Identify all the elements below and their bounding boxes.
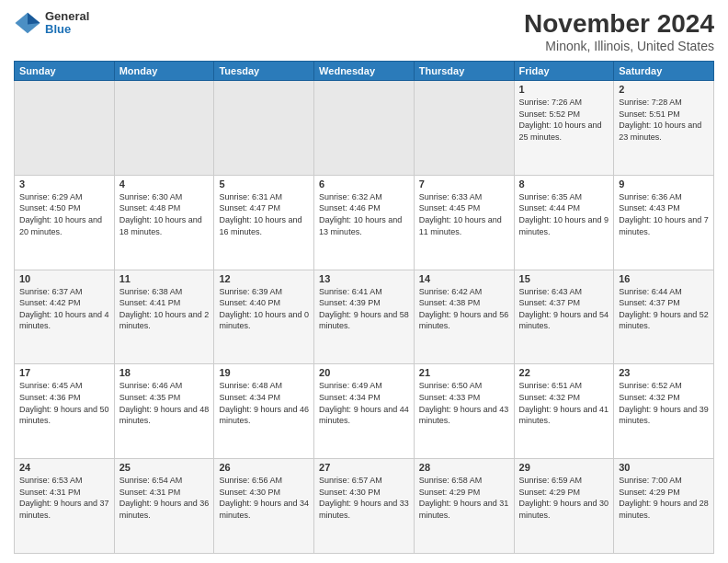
calendar-cell: 4Sunrise: 6:30 AMSunset: 4:48 PMDaylight… [114, 175, 214, 270]
day-number: 21 [419, 367, 509, 378]
cell-content: Sunrise: 6:36 AMSunset: 4:43 PMDaylight:… [619, 191, 709, 237]
sunset-text: Sunset: 4:34 PM [319, 393, 381, 402]
cell-content: Sunrise: 6:51 AMSunset: 4:32 PMDaylight:… [519, 380, 609, 426]
calendar-cell: 17Sunrise: 6:45 AMSunset: 4:36 PMDayligh… [15, 364, 115, 459]
calendar-cell [214, 81, 314, 176]
daylight-text: Daylight: 10 hours and 4 minutes. [19, 310, 109, 331]
daylight-text: Daylight: 10 hours and 9 minutes. [519, 215, 609, 236]
day-number: 10 [19, 273, 109, 284]
calendar-cell: 24Sunrise: 6:53 AMSunset: 4:31 PMDayligh… [15, 459, 115, 554]
sunrise-text: Sunrise: 6:57 AM [319, 476, 382, 485]
sunrise-text: Sunrise: 6:30 AM [119, 192, 183, 201]
sunset-text: Sunset: 4:39 PM [319, 298, 381, 307]
daylight-text: Daylight: 9 hours and 31 minutes. [419, 499, 509, 520]
cell-content: Sunrise: 6:50 AMSunset: 4:33 PMDaylight:… [419, 380, 509, 426]
page-title: November 2024 [524, 9, 714, 39]
sunrise-text: Sunrise: 6:45 AM [19, 381, 83, 390]
day-number: 19 [219, 367, 309, 378]
cell-content: Sunrise: 6:29 AMSunset: 4:50 PMDaylight:… [19, 191, 109, 237]
daylight-text: Daylight: 9 hours and 41 minutes. [519, 405, 609, 426]
sunrise-text: Sunrise: 6:51 AM [519, 381, 583, 390]
calendar-header: SundayMondayTuesdayWednesdayThursdayFrid… [15, 62, 714, 81]
sunset-text: Sunset: 5:51 PM [619, 109, 680, 119]
calendar-cell: 16Sunrise: 6:44 AMSunset: 4:37 PMDayligh… [614, 270, 714, 364]
cell-content: Sunrise: 6:38 AMSunset: 4:41 PMDaylight:… [119, 286, 210, 332]
cell-content: Sunrise: 6:52 AMSunset: 4:32 PMDaylight:… [619, 380, 709, 426]
calendar-week-row: 3Sunrise: 6:29 AMSunset: 4:50 PMDaylight… [15, 175, 714, 270]
day-number: 15 [519, 273, 609, 284]
day-number: 7 [419, 178, 509, 190]
page: General Blue November 2024 Minonk, Illin… [0, 0, 728, 563]
sunrise-text: Sunrise: 6:32 AM [319, 192, 382, 201]
calendar-cell: 28Sunrise: 6:58 AMSunset: 4:29 PMDayligh… [414, 459, 514, 554]
sunset-text: Sunset: 4:31 PM [119, 488, 181, 497]
sunset-text: Sunset: 4:50 PM [19, 203, 81, 213]
calendar-week-row: 10Sunrise: 6:37 AMSunset: 4:42 PMDayligh… [15, 270, 714, 364]
sunset-text: Sunset: 4:47 PM [219, 203, 280, 213]
daylight-text: Daylight: 9 hours and 37 minutes. [19, 499, 109, 520]
calendar-cell: 20Sunrise: 6:49 AMSunset: 4:34 PMDayligh… [314, 364, 415, 459]
daylight-text: Daylight: 10 hours and 23 minutes. [619, 121, 701, 142]
sunset-text: Sunset: 4:29 PM [519, 488, 581, 497]
calendar-cell: 21Sunrise: 6:50 AMSunset: 4:33 PMDayligh… [414, 364, 514, 459]
daylight-text: Daylight: 9 hours and 34 minutes. [219, 499, 309, 520]
day-number: 20 [319, 367, 409, 378]
calendar-cell: 1Sunrise: 7:26 AMSunset: 5:52 PMDaylight… [514, 81, 614, 176]
cell-content: Sunrise: 6:41 AMSunset: 4:39 PMDaylight:… [319, 286, 409, 332]
sunrise-text: Sunrise: 6:52 AM [619, 381, 682, 390]
daylight-text: Daylight: 9 hours and 28 minutes. [619, 499, 709, 520]
cell-content: Sunrise: 7:00 AMSunset: 4:29 PMDaylight:… [619, 475, 709, 521]
calendar-cell: 19Sunrise: 6:48 AMSunset: 4:34 PMDayligh… [214, 364, 314, 459]
sunset-text: Sunset: 4:46 PM [319, 203, 381, 213]
daylight-text: Daylight: 10 hours and 2 minutes. [119, 310, 210, 331]
sunset-text: Sunset: 4:42 PM [19, 298, 81, 307]
daylight-text: Daylight: 10 hours and 11 minutes. [419, 215, 502, 236]
cell-content: Sunrise: 6:35 AMSunset: 4:44 PMDaylight:… [519, 191, 609, 237]
weekday-header: Tuesday [214, 62, 314, 81]
sunrise-text: Sunrise: 6:41 AM [319, 287, 382, 296]
day-number: 17 [19, 367, 109, 378]
sunrise-text: Sunrise: 7:28 AM [619, 98, 682, 107]
calendar-week-row: 24Sunrise: 6:53 AMSunset: 4:31 PMDayligh… [15, 459, 714, 554]
calendar-table: SundayMondayTuesdayWednesdayThursdayFrid… [14, 61, 714, 554]
daylight-text: Daylight: 10 hours and 7 minutes. [619, 215, 709, 236]
daylight-text: Daylight: 9 hours and 44 minutes. [319, 405, 409, 426]
cell-content: Sunrise: 7:28 AMSunset: 5:51 PMDaylight:… [619, 97, 709, 143]
day-number: 13 [319, 273, 409, 284]
daylight-text: Daylight: 9 hours and 46 minutes. [219, 405, 309, 426]
calendar-cell [15, 81, 115, 176]
calendar-cell [414, 81, 514, 176]
cell-content: Sunrise: 6:30 AMSunset: 4:48 PMDaylight:… [119, 191, 210, 237]
sunset-text: Sunset: 4:45 PM [419, 203, 481, 213]
day-number: 4 [119, 178, 210, 190]
daylight-text: Daylight: 10 hours and 20 minutes. [19, 215, 102, 236]
sunrise-text: Sunrise: 6:59 AM [519, 476, 583, 485]
day-number: 27 [319, 462, 409, 473]
day-number: 14 [419, 273, 509, 284]
cell-content: Sunrise: 6:58 AMSunset: 4:29 PMDaylight:… [419, 475, 509, 521]
day-number: 11 [119, 273, 210, 284]
sunrise-text: Sunrise: 7:26 AM [519, 98, 583, 107]
sunset-text: Sunset: 4:48 PM [119, 203, 181, 213]
sunset-text: Sunset: 4:33 PM [419, 393, 481, 402]
cell-content: Sunrise: 6:32 AMSunset: 4:46 PMDaylight:… [319, 191, 409, 237]
sunset-text: Sunset: 4:43 PM [619, 203, 680, 213]
calendar-cell: 3Sunrise: 6:29 AMSunset: 4:50 PMDaylight… [15, 175, 115, 270]
cell-content: Sunrise: 6:59 AMSunset: 4:29 PMDaylight:… [519, 475, 609, 521]
day-number: 12 [219, 273, 309, 284]
calendar-cell: 26Sunrise: 6:56 AMSunset: 4:30 PMDayligh… [214, 459, 314, 554]
daylight-text: Daylight: 9 hours and 43 minutes. [419, 405, 509, 426]
calendar-cell: 11Sunrise: 6:38 AMSunset: 4:41 PMDayligh… [114, 270, 214, 364]
calendar-cell: 9Sunrise: 6:36 AMSunset: 4:43 PMDaylight… [614, 175, 714, 270]
calendar-cell: 12Sunrise: 6:39 AMSunset: 4:40 PMDayligh… [214, 270, 314, 364]
weekday-header: Friday [514, 62, 614, 81]
sunrise-text: Sunrise: 6:48 AM [219, 381, 282, 390]
calendar-week-row: 1Sunrise: 7:26 AMSunset: 5:52 PMDaylight… [15, 81, 714, 176]
day-number: 5 [219, 178, 309, 190]
sunset-text: Sunset: 4:35 PM [119, 393, 181, 402]
sunrise-text: Sunrise: 6:58 AM [419, 476, 483, 485]
logo-icon [14, 9, 41, 37]
day-number: 1 [519, 84, 609, 95]
cell-content: Sunrise: 6:46 AMSunset: 4:35 PMDaylight:… [119, 380, 210, 426]
sunrise-text: Sunrise: 6:44 AM [619, 287, 682, 296]
